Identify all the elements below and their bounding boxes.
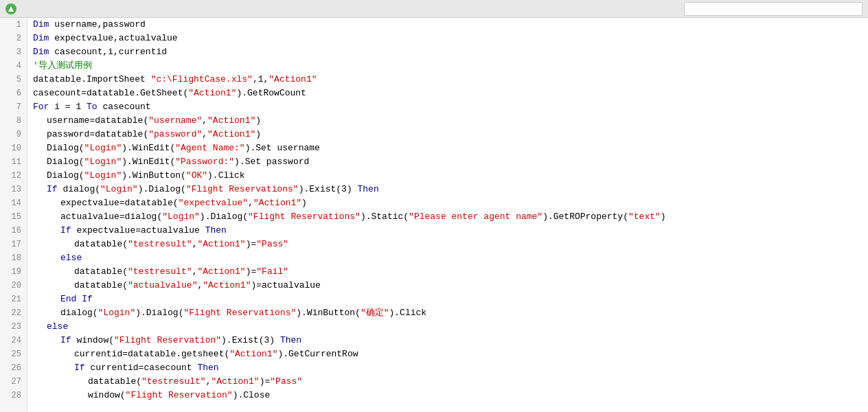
code-line: else: [33, 320, 868, 334]
line-number: 17: [0, 238, 27, 251]
line-number: 5: [0, 73, 27, 87]
code-line: datatable("testresult","Action1")="Fail": [33, 265, 868, 279]
code-line: datatable("testresult","Action1")="Pass": [33, 375, 868, 389]
code-content[interactable]: Dim username,passwordDim expectvalue,act…: [27, 18, 868, 412]
code-line: If currentid=casecount Then: [33, 361, 868, 375]
svg-marker-0: [8, 6, 14, 12]
line-number: 18: [0, 251, 27, 265]
line-numbers: 1234567891011121314151617181920212223242…: [0, 18, 27, 412]
line-number: 6: [0, 87, 27, 100]
code-line: Dim username,password: [33, 18, 868, 32]
code-line: username=datatable("username","Action1"): [33, 114, 868, 128]
code-line: casecount=datatable.GetSheet("Action1").…: [33, 87, 868, 100]
code-line: datatable("actualvalue","Action1")=actua…: [33, 279, 868, 293]
line-number: 2: [0, 32, 27, 45]
code-line: else: [33, 251, 868, 265]
line-number: 11: [0, 155, 27, 169]
line-number: 14: [0, 196, 27, 210]
line-number: 4: [0, 59, 27, 73]
line-number: 21: [0, 293, 27, 306]
code-line: Dialog("Login").WinEdit("Password:").Set…: [33, 155, 868, 169]
code-line: For i = 1 To casecount: [33, 100, 868, 114]
code-line: actualvalue=dialog("Login").Dialog("Flig…: [33, 210, 868, 224]
code-line: End If: [33, 293, 868, 306]
line-number: 25: [0, 347, 27, 361]
code-line: window("Flight Reservation").Close: [33, 389, 868, 402]
code-line: currentid=datatable.getsheet("Action1").…: [33, 347, 868, 361]
code-line: If window("Flight Reservation").Exist(3)…: [33, 334, 868, 347]
line-number: 26: [0, 361, 27, 375]
line-number: 9: [0, 128, 27, 141]
line-number: 7: [0, 100, 27, 114]
line-number: 10: [0, 141, 27, 155]
line-number: 20: [0, 279, 27, 293]
line-number: 22: [0, 306, 27, 320]
line-number: 24: [0, 334, 27, 347]
line-number: 27: [0, 375, 27, 389]
code-line: Dim casecount,i,currentid: [33, 45, 868, 59]
code-line: dialog("Login").Dialog("Flight Reservati…: [33, 306, 868, 320]
code-line: datatable.ImportSheet "c:\FlightCase.xls…: [33, 73, 868, 87]
code-line: expectvalue=datatable("expectvalue","Act…: [33, 196, 868, 210]
code-line: Dialog("Login").WinEdit("Agent Name:").S…: [33, 141, 868, 155]
code-line: '导入测试用例: [33, 59, 868, 73]
code-line: Dialog("Login").WinButton("OK").Click: [33, 169, 868, 183]
line-number: 8: [0, 114, 27, 128]
title-bar-icon: [5, 3, 16, 14]
line-number: 1: [0, 18, 27, 32]
line-number: 3: [0, 45, 27, 59]
line-number: 12: [0, 169, 27, 183]
line-number: 16: [0, 224, 27, 238]
code-line: If dialog("Login").Dialog("Flight Reserv…: [33, 183, 868, 196]
code-line: datatable("testresult","Action1")="Pass": [33, 238, 868, 251]
title-bar-dropdown[interactable]: [684, 2, 863, 16]
line-number: 13: [0, 183, 27, 196]
code-line: Dim expectvalue,actualvalue: [33, 32, 868, 45]
line-number: 23: [0, 320, 27, 334]
code-line: password=datatable("password","Action1"): [33, 128, 868, 141]
line-number: 28: [0, 389, 27, 402]
title-bar: [0, 0, 868, 18]
line-number: 19: [0, 265, 27, 279]
code-editor: 1234567891011121314151617181920212223242…: [0, 18, 868, 412]
line-number: 15: [0, 210, 27, 224]
code-line: If expectvalue=actualvalue Then: [33, 224, 868, 238]
